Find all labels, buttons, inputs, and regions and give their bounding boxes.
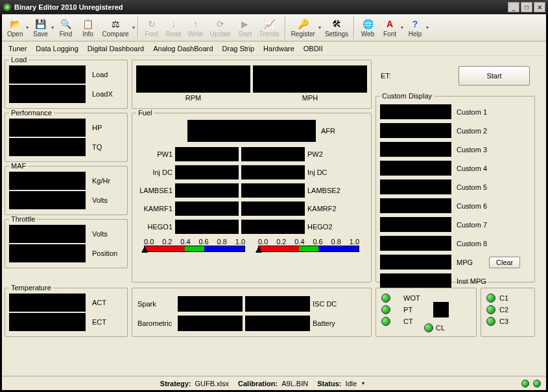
mph-display	[253, 65, 367, 93]
mpg-label: MPG	[457, 259, 489, 266]
menu-dragstrip[interactable]: Drag Strip	[219, 43, 259, 54]
client-area: 📂 Open ▾ 💾 Save ▾ 🔍 Find 📋 Info ⚖	[2, 14, 546, 390]
hego1-gauge: 0.0 0.2 0.4 0.6 0.8 1.0	[144, 238, 245, 255]
custom2-label: Custom 2	[457, 127, 487, 135]
ford-button[interactable]: ↻ Ford	[141, 16, 162, 40]
settings-button[interactable]: 🛠 Settings	[322, 16, 351, 40]
wot-led	[381, 294, 390, 303]
loadx-label: LoadX	[92, 90, 113, 98]
menu-obdii[interactable]: OBDII	[300, 43, 327, 54]
maximize-button[interactable]: □	[521, 2, 532, 12]
save-button[interactable]: 💾 Save	[30, 16, 51, 40]
group-rpm-mph: RPM MPH	[132, 60, 372, 109]
register-icon: 🔑	[297, 18, 309, 30]
tq-display	[9, 138, 86, 156]
start-icon: ▶	[239, 18, 251, 30]
throttle-position-label: Position	[92, 249, 117, 257]
trends-button[interactable]: 📈 Trends	[257, 16, 282, 40]
find-icon: 🔍	[60, 18, 71, 30]
update-button[interactable]: ⟳ Update	[208, 16, 233, 40]
group-custom: Custom Display Custom 1 Custom 2 Custom …	[375, 96, 535, 282]
menubar: Tuner Data Logging Digital Dashboard Ana…	[2, 41, 546, 56]
hego1-label: HEGO1	[137, 223, 173, 231]
hego2-gauge: 0.0 0.2 0.4 0.6 0.8 1.0	[258, 238, 359, 255]
status-dropdown-icon[interactable]: ▾	[362, 380, 364, 386]
start-button[interactable]: Start	[459, 66, 530, 86]
window-title: Binary Editor 2010 Unregistered	[14, 3, 508, 11]
custom6-display	[380, 198, 451, 213]
custom4-display	[380, 161, 451, 176]
strategy-value: GUFB.xlsx	[195, 380, 230, 387]
instmpg-display	[380, 273, 451, 288]
write-button[interactable]: ↑ Write	[185, 16, 206, 40]
start-button-toolbar[interactable]: ▶ Start	[235, 16, 256, 40]
web-button[interactable]: 🌐 Web	[357, 16, 378, 40]
read-button[interactable]: ↓ Read	[163, 16, 184, 40]
group-performance: Performance HP TQ	[5, 113, 128, 162]
custom5-label: Custom 5	[457, 183, 487, 191]
group-indicators-right: C1 C2 C3	[481, 288, 535, 337]
group-temperature: Temperature ACT ECT	[5, 288, 128, 337]
pt-label: PT	[403, 306, 429, 314]
mph-label: MPH	[253, 94, 367, 102]
custom7-label: Custom 7	[457, 221, 487, 229]
menu-analogdash[interactable]: Analog DashBoard	[149, 43, 217, 54]
read-icon: ↓	[168, 18, 180, 30]
help-icon: ?	[409, 18, 421, 30]
kamrf1-label: KAMRF1	[137, 205, 173, 213]
update-icon: ⟳	[215, 18, 226, 30]
custom4-label: Custom 4	[457, 165, 487, 172]
battery-label: Battery	[313, 319, 351, 327]
register-button[interactable]: 🔑 Register	[289, 16, 318, 40]
c3-led	[486, 317, 495, 326]
lambse2-label: LAMBSE2	[307, 187, 346, 194]
lambse2-display	[241, 183, 305, 198]
group-throttle-title: Throttle	[9, 215, 37, 223]
group-et: ET: Start	[375, 60, 535, 93]
open-button[interactable]: 📂 Open	[5, 16, 25, 40]
compare-button[interactable]: ⚖ Compare	[99, 16, 131, 40]
kamrf2-display	[241, 202, 305, 216]
custom8-display	[380, 236, 451, 251]
font-button[interactable]: A Font	[379, 16, 400, 40]
maf-kghr-display	[9, 172, 86, 190]
close-button[interactable]: ✕	[534, 2, 545, 12]
barometric-display	[178, 316, 243, 331]
throttle-volts-display	[9, 225, 86, 243]
throttle-position-display	[9, 244, 86, 262]
clear-button[interactable]: Clear	[489, 257, 520, 268]
mpg-display	[380, 255, 451, 270]
app-window: Binary Editor 2010 Unregistered _ □ ✕ 📂 …	[0, 0, 548, 392]
pw1-label: PW1	[137, 150, 173, 158]
save-icon: 💾	[34, 18, 46, 30]
help-button[interactable]: ? Help	[405, 16, 425, 40]
status-value: Idle	[345, 380, 357, 387]
rpm-label: RPM	[136, 94, 250, 102]
barometric-label: Barometric	[137, 319, 175, 327]
group-maf: MAF Kg/Hr Volts	[5, 166, 128, 215]
injdc2-display	[241, 165, 305, 179]
minimize-button[interactable]: _	[508, 2, 519, 12]
custom1-display	[380, 104, 451, 119]
maf-kghr-label: Kg/Hr	[92, 177, 110, 185]
compare-icon: ⚖	[110, 18, 121, 30]
menu-hardware[interactable]: Hardware	[259, 43, 298, 54]
injdc1-display	[175, 165, 239, 179]
menu-datalogging[interactable]: Data Logging	[32, 43, 82, 54]
kamrf2-label: KAMRF2	[307, 205, 346, 213]
custom8-label: Custom 8	[457, 240, 487, 248]
hego2-label: HEGO2	[307, 223, 346, 231]
kamrf1-display	[175, 202, 239, 216]
web-icon: 🌐	[362, 18, 374, 30]
info-button[interactable]: 📋 Info	[77, 16, 98, 40]
menu-tuner[interactable]: Tuner	[5, 43, 30, 54]
ect-display	[9, 313, 86, 331]
spark-display	[178, 296, 243, 312]
injdc1-label: Inj DC	[137, 168, 173, 176]
cl-label: CL	[436, 324, 445, 332]
rpm-display	[136, 65, 250, 93]
pt-led	[381, 305, 390, 314]
wot-label: WOT	[403, 294, 429, 302]
find-button[interactable]: 🔍 Find	[55, 16, 76, 40]
menu-digitaldash[interactable]: Digital Dashboard	[84, 43, 148, 54]
